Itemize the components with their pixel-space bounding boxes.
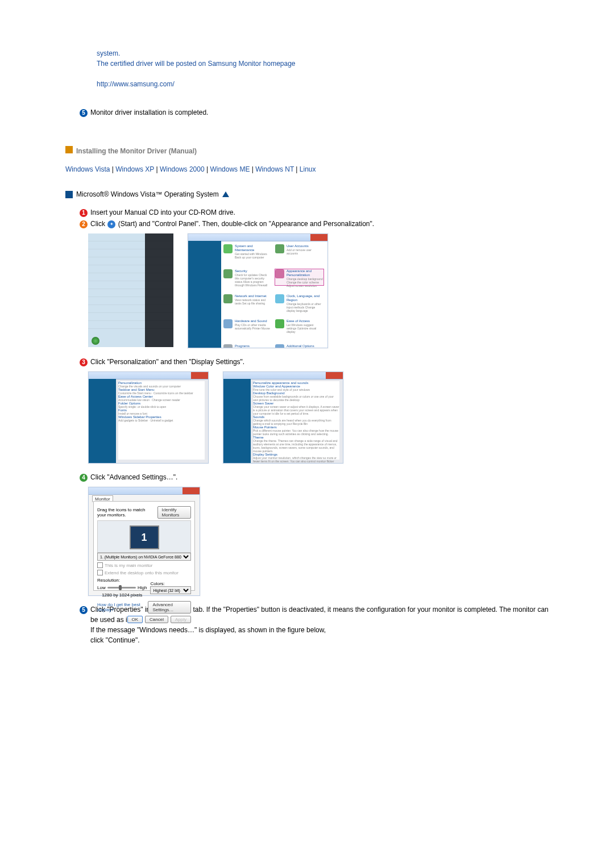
res-low: Low bbox=[97, 585, 106, 590]
resolution-slider[interactable] bbox=[107, 587, 136, 589]
res-high: High bbox=[138, 585, 147, 590]
cp-category: SecurityCheck for updates Check this com… bbox=[223, 269, 272, 285]
ds-drag-label: Drag the icons to match your monitors. bbox=[97, 507, 155, 518]
appearance-personalization-shot: PersonalizationChange the visuals and so… bbox=[88, 372, 209, 464]
subhead-os: Microsoft® Windows Vista™ Operating Syst… bbox=[76, 190, 219, 198]
vista-start-orb-icon: ✦ bbox=[107, 220, 115, 228]
step-badge-4: 4 bbox=[80, 474, 88, 482]
colors-dropdown[interactable]: Highest (32 bit) bbox=[150, 586, 191, 594]
os-link-vista[interactable]: Windows Vista bbox=[65, 165, 110, 173]
os-link-2000[interactable]: Windows 2000 bbox=[160, 165, 205, 173]
subhead-bullet-icon bbox=[65, 191, 73, 198]
display-settings-dialog-shot: Monitor Drag the icons to match your mon… bbox=[88, 487, 200, 596]
resolution-value: 1280 by 1024 pixels bbox=[97, 592, 147, 598]
identify-monitors-button[interactable]: Identify Monitors bbox=[157, 506, 191, 519]
os-link-me[interactable]: Windows ME bbox=[210, 165, 250, 173]
step-badge-5b: 5 bbox=[80, 606, 88, 614]
cp-category: System and MaintenanceGet started with W… bbox=[223, 244, 272, 260]
sep: | bbox=[110, 165, 115, 173]
advanced-settings-button[interactable]: Advanced Settings… bbox=[148, 601, 191, 614]
intro-line-2: The certified driver will be posted on S… bbox=[97, 59, 549, 69]
cancel-button[interactable]: Cancel bbox=[145, 616, 168, 623]
step-badge-3: 3 bbox=[80, 358, 88, 366]
cp-category: Hardware and SoundPlay CDs or other medi… bbox=[223, 319, 272, 335]
vista-start-menu-shot bbox=[88, 233, 173, 347]
control-panel-shot: System and MaintenanceGet started with W… bbox=[188, 233, 328, 348]
cp-category: Clock, Language, and RegionChange keyboa… bbox=[275, 294, 323, 310]
cp-category: User AccountsAdd or remove user accounts bbox=[275, 244, 323, 260]
personalization-shot: Personalize appearance and soundsWindow … bbox=[223, 372, 343, 464]
cp-category: ProgramsUninstall a program Change start… bbox=[223, 344, 272, 348]
resolution-label: Resolution: bbox=[97, 578, 147, 583]
best-display-link[interactable]: How do I get the best display? bbox=[97, 602, 146, 612]
os-link-xp[interactable]: Windows XP bbox=[115, 165, 154, 173]
section-title: Installing the Monitor Driver (Manual) bbox=[76, 147, 197, 155]
intro-line-1: system. bbox=[97, 48, 549, 59]
step-2-text: Click ✦ (Start) and "Control Panel". The… bbox=[90, 219, 374, 229]
step-badge-1: 1 bbox=[80, 209, 88, 217]
step-4-text: Click "Advanced Settings…". bbox=[90, 472, 177, 482]
monitor-preview-icon: 1 bbox=[130, 525, 159, 549]
step-1-text: Insert your Manual CD into your CD-ROM d… bbox=[90, 207, 235, 218]
cp-category: Additional Options bbox=[275, 344, 323, 348]
step-badge-2: 2 bbox=[80, 220, 88, 228]
chk-main-monitor: This is my main monitor bbox=[105, 563, 152, 568]
os-link-linux[interactable]: Linux bbox=[300, 165, 316, 173]
step-5-text: Monitor driver installation is completed… bbox=[90, 107, 208, 118]
step-badge-5: 5 bbox=[80, 109, 88, 117]
apply-button[interactable]: Apply bbox=[171, 616, 191, 623]
ok-button[interactable]: OK bbox=[127, 616, 143, 623]
cp-category: Ease of AccessLet Windows suggest settin… bbox=[275, 319, 323, 335]
section-bullet-icon bbox=[65, 146, 73, 153]
chk-extend-desktop: Extend the desktop onto this monitor bbox=[105, 570, 179, 575]
samsung-url[interactable]: http://www.samsung.com/ bbox=[97, 80, 175, 88]
top-arrow-icon[interactable] bbox=[222, 191, 229, 197]
display-dropdown[interactable]: 1. (Multiple Monitors) on NVIDIA GeForce… bbox=[97, 553, 191, 561]
colors-label: Colors: bbox=[150, 581, 191, 586]
step-3-text: Click "Personalization" and then "Displa… bbox=[90, 357, 244, 367]
os-link-nt[interactable]: Windows NT bbox=[255, 165, 294, 173]
cp-category: Network and InternetView network status … bbox=[223, 294, 272, 310]
cp-category: Appearance and PersonalizationChange des… bbox=[275, 269, 323, 285]
